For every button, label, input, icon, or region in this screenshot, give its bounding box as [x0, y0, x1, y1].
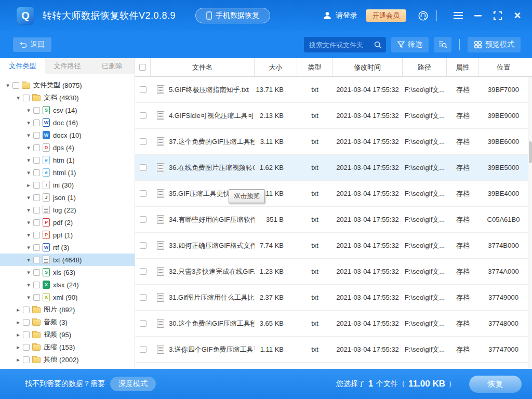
tree-item-htm[interactable]: ▾ehtm(1) — [0, 154, 135, 166]
table-scrollbar[interactable] — [528, 77, 532, 369]
column-header-3[interactable]: 修改时间 — [332, 58, 403, 76]
tree-item-ppt[interactable]: ▾Pppt(1) — [0, 229, 135, 241]
tree-item-txt[interactable]: ▾txt(4648) — [0, 254, 135, 266]
collapse-arrow-icon[interactable]: ▸ — [15, 331, 22, 338]
tree-item-csv[interactable]: ▾Scsv(14) — [0, 104, 135, 116]
minimize-button[interactable] — [472, 9, 484, 22]
tree-checkbox[interactable] — [23, 319, 30, 326]
expand-arrow-icon[interactable]: ▾ — [25, 119, 32, 126]
tree-checkbox[interactable] — [23, 356, 30, 363]
table-row[interactable]: 37.这个免费的GIF压缩工具秒...3.11 KBtxt2021-03-04 … — [135, 129, 532, 155]
tree-item-doc[interactable]: ▾Wdoc(16) — [0, 116, 135, 129]
expand-arrow-icon[interactable]: ▾ — [25, 107, 32, 114]
expand-arrow-icon[interactable]: ▾ — [25, 207, 32, 214]
tree-checkbox[interactable] — [33, 282, 40, 288]
column-header-1[interactable]: 大小 — [255, 58, 297, 76]
expand-arrow-icon[interactable]: ▾ — [4, 82, 11, 89]
tree-checkbox[interactable] — [23, 307, 30, 313]
tab-file-type[interactable]: 文件类型 — [0, 58, 45, 74]
tree-item-log[interactable]: ▾log(22) — [0, 204, 135, 216]
tree-item-xls[interactable]: ▾Sxls(63) — [0, 266, 135, 278]
vip-button[interactable]: 开通会员 — [366, 9, 406, 22]
tree-item-xml[interactable]: ▾Xxml(90) — [0, 291, 135, 303]
table-row[interactable]: 36.在线免费图片压缩视频转GI...1.62 KBtxt2021-03-04 … — [135, 155, 532, 181]
tree-checkbox[interactable] — [33, 244, 40, 251]
maximize-button[interactable] — [491, 9, 504, 22]
tree-checkbox[interactable] — [33, 207, 40, 214]
tree-item-docx[interactable]: ▾Wdocx(10) — [0, 129, 135, 141]
expand-arrow-icon[interactable]: ▾ — [25, 169, 32, 176]
expand-arrow-icon[interactable]: ▾ — [15, 95, 22, 101]
column-header-6[interactable]: 位置 — [479, 58, 528, 76]
table-row[interactable]: 34.有哪些好用的GIF压缩软件...351 Btxt2021-03-04 17… — [135, 207, 532, 233]
tree-item-其他[interactable]: ▸其他(2002) — [0, 353, 135, 366]
tab-file-path[interactable]: 文件路径 — [45, 58, 89, 74]
expand-arrow-icon[interactable]: ▾ — [25, 132, 32, 139]
phone-recovery-button[interactable]: 手机数据恢复 — [195, 8, 270, 23]
table-row[interactable]: 31.Gif图片压缩用什么工具比...2.37 KBtxt2021-03-04 … — [135, 285, 532, 311]
expand-arrow-icon[interactable]: ▾ — [25, 269, 32, 276]
tree-item-文件类型[interactable]: ▾文件类型(8075) — [0, 79, 135, 91]
select-all-checkbox[interactable] — [139, 64, 146, 71]
row-checkbox[interactable] — [140, 294, 147, 301]
table-row[interactable]: 3.送你四个GIF免费压缩工具帮...1.11 KBtxt2021-03-04 … — [135, 337, 532, 363]
tree-item-json[interactable]: ▾Jjson(1) — [0, 191, 135, 204]
tree-checkbox[interactable] — [33, 194, 40, 201]
table-row[interactable]: 35.GIF压缩工具更快捷2.11 KBtxt2021-03-04 17:55:… — [135, 181, 532, 207]
expand-arrow-icon[interactable]: ▾ — [25, 219, 32, 226]
expand-arrow-icon[interactable]: ▾ — [25, 282, 32, 288]
tree-item-dps[interactable]: ▾Ddps(4) — [0, 141, 135, 154]
tree-item-pdf[interactable]: ▾Ppdf(2) — [0, 216, 135, 229]
column-header-2[interactable]: 类型 — [297, 58, 332, 76]
search-box[interactable] — [304, 37, 386, 52]
row-checkbox[interactable] — [140, 164, 147, 171]
tree-item-图片[interactable]: ▸图片(892) — [0, 303, 135, 316]
row-checkbox[interactable] — [140, 86, 147, 93]
tree-checkbox[interactable] — [33, 232, 40, 238]
expand-arrow-icon[interactable]: ▾ — [25, 194, 32, 201]
tree-checkbox[interactable] — [33, 132, 40, 139]
row-checkbox[interactable] — [140, 138, 147, 145]
tree-checkbox[interactable] — [33, 219, 40, 226]
filter-button[interactable]: 筛选 — [391, 37, 429, 52]
tree-item-rtf[interactable]: ▾Wrtf(3) — [0, 241, 135, 254]
tree-checkbox[interactable] — [33, 157, 40, 164]
tree-checkbox[interactable] — [33, 257, 40, 263]
expand-arrow-icon[interactable]: ▾ — [25, 157, 32, 164]
scrollbar-thumb[interactable] — [529, 141, 532, 163]
expand-arrow-icon[interactable]: ▾ — [25, 232, 32, 238]
tree-checkbox[interactable] — [12, 82, 19, 89]
tree-checkbox[interactable] — [23, 95, 30, 101]
collapse-arrow-icon[interactable]: ▸ — [15, 307, 22, 313]
row-checkbox[interactable] — [140, 346, 147, 353]
deep-mode-button[interactable]: 深度模式 — [110, 377, 156, 391]
table-row[interactable]: 30.这个免费的GIF压缩工具秒...3.65 KBtxt2021-03-04 … — [135, 311, 532, 337]
preview-mode-button[interactable]: 预览模式 — [468, 37, 521, 52]
expand-arrow-icon[interactable]: ▾ — [25, 244, 32, 251]
column-header-5[interactable]: 属性 — [447, 58, 479, 76]
tab-deleted[interactable]: 已删除 — [90, 58, 135, 74]
tree-checkbox[interactable] — [33, 182, 40, 189]
close-button[interactable]: × — [511, 9, 524, 22]
collapse-arrow-icon[interactable]: ▸ — [25, 182, 32, 189]
search-input[interactable] — [309, 41, 374, 49]
recover-button[interactable]: 恢复 — [469, 376, 522, 393]
customer-service-icon[interactable] — [418, 10, 429, 21]
expand-arrow-icon[interactable]: ▾ — [25, 294, 32, 301]
login-button[interactable]: 请登录 — [323, 11, 357, 20]
column-header-4[interactable]: 路径 — [403, 58, 447, 76]
tree-item-音频[interactable]: ▸音频(3) — [0, 316, 135, 328]
table-row[interactable]: 32.只需3步快速完成在线GIF...1.23 KBtxt2021-03-04 … — [135, 259, 532, 285]
tree-checkbox[interactable] — [33, 119, 40, 126]
search-icon[interactable] — [374, 41, 382, 49]
row-checkbox[interactable] — [140, 320, 147, 327]
row-checkbox[interactable] — [140, 216, 147, 223]
tree-item-文档[interactable]: ▾文档(4930) — [0, 91, 135, 104]
tree-checkbox[interactable] — [23, 344, 30, 351]
tree-checkbox[interactable] — [33, 269, 40, 276]
row-checkbox[interactable] — [140, 242, 147, 249]
tree-item-视频[interactable]: ▸视频(95) — [0, 328, 135, 341]
menu-button[interactable] — [452, 9, 464, 22]
tree-item-ini[interactable]: ▸iini(30) — [0, 179, 135, 191]
collapse-arrow-icon[interactable]: ▸ — [15, 344, 22, 351]
